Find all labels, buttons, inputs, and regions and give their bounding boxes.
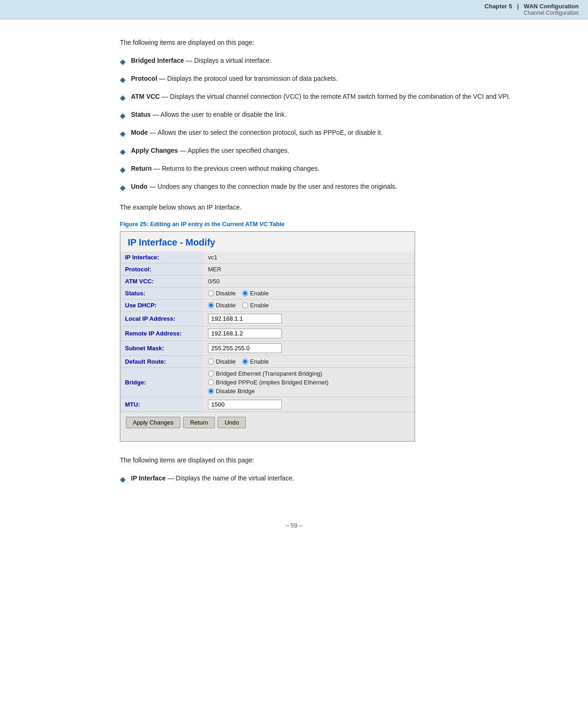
bridge-radio-group[interactable]: Bridged Ethernet (Transparent Bridging) … bbox=[208, 370, 410, 395]
bullet-diamond-2: ◆ bbox=[120, 74, 125, 85]
label-local-ip: Local IP Address: bbox=[120, 312, 203, 326]
list-item: ◆ Undo — Undoes any changes to the conne… bbox=[120, 182, 551, 193]
mtu-input[interactable] bbox=[208, 400, 282, 409]
section1: WAN Configuration bbox=[524, 3, 579, 10]
term-3: ATM VCC bbox=[131, 93, 160, 100]
desc-5: — Allows the user to select the connecti… bbox=[149, 129, 382, 136]
value-atm-vcc: 0/50 bbox=[203, 276, 415, 288]
page-number: – 59 – bbox=[285, 522, 302, 529]
page-header: Chapter 5 | WAN Configuration Channel Co… bbox=[0, 0, 588, 19]
label-subnet: Subnet Mask: bbox=[120, 341, 203, 356]
route-disable-label: Disable bbox=[216, 358, 236, 365]
route-disable-option[interactable]: Disable bbox=[208, 358, 236, 365]
table-row-bridge: Bridge: Bridged Ethernet (Transparent Br… bbox=[120, 368, 415, 397]
dhcp-disable-radio[interactable] bbox=[208, 302, 214, 308]
bullet-diamond-6: ◆ bbox=[120, 146, 125, 157]
value-mtu[interactable] bbox=[203, 397, 415, 412]
default-route-radio-group[interactable]: Disable Enable bbox=[208, 358, 410, 365]
remote-ip-input[interactable] bbox=[208, 329, 282, 338]
status-disable-option[interactable]: Disable bbox=[208, 290, 236, 297]
desc-7: — Returns to the previous creen without … bbox=[154, 165, 320, 172]
main-content: The following items are displayed on thi… bbox=[0, 19, 588, 513]
local-ip-input[interactable] bbox=[208, 314, 282, 324]
chapter-label: Chapter 5 | WAN Configuration bbox=[0, 3, 579, 10]
second-desc-1: — Displays the name of the virtual inter… bbox=[167, 474, 294, 482]
bridge-pppoe-radio[interactable] bbox=[208, 379, 214, 385]
dhcp-disable-option[interactable]: Disable bbox=[208, 302, 236, 309]
desc-2: — Displays the protocol used for transmi… bbox=[159, 75, 338, 82]
second-intro: The following items are displayed on thi… bbox=[120, 455, 551, 465]
label-ip-interface: IP Interface: bbox=[120, 252, 203, 264]
term-6: Apply Changes bbox=[131, 147, 178, 154]
value-dhcp[interactable]: Disable Enable bbox=[203, 300, 415, 312]
chapter-prefix: Chapter bbox=[485, 3, 507, 10]
list-item: ◆ Mode — Allows the user to select the c… bbox=[120, 128, 551, 139]
subnet-mask-input[interactable] bbox=[208, 343, 282, 353]
route-enable-label: Enable bbox=[250, 358, 268, 365]
bullet-content-1: Bridged Interface — Displays a virtual i… bbox=[131, 56, 271, 66]
bullet-diamond-4: ◆ bbox=[120, 110, 125, 121]
bridge-ethernet-radio[interactable] bbox=[208, 371, 214, 377]
desc-6: — Applies the user specified changes. bbox=[180, 147, 289, 154]
value-local-ip[interactable] bbox=[203, 312, 415, 326]
list-item: ◆ Apply Changes — Applies the user speci… bbox=[120, 146, 551, 157]
status-radio-group[interactable]: Disable Enable bbox=[208, 290, 410, 297]
second-bullet-content-1: IP Interface — Displays the name of the … bbox=[131, 473, 294, 483]
route-disable-radio[interactable] bbox=[208, 359, 214, 365]
route-enable-option[interactable]: Enable bbox=[242, 358, 268, 365]
list-item: ◆ Protocol — Displays the protocol used … bbox=[120, 74, 551, 85]
term-7: Return bbox=[131, 165, 152, 172]
table-row-status: Status: Disable Enable bbox=[120, 288, 415, 300]
table-row-ip-interface: IP Interface: vc1 bbox=[120, 252, 415, 264]
status-enable-label: Enable bbox=[250, 290, 268, 297]
apply-changes-button[interactable]: Apply Changes bbox=[126, 417, 180, 428]
status-disable-radio[interactable] bbox=[208, 290, 214, 296]
value-status[interactable]: Disable Enable bbox=[203, 288, 415, 300]
term-4: Status bbox=[131, 111, 151, 118]
bullet-diamond-7: ◆ bbox=[120, 164, 125, 175]
bullet-content-3: ATM VCC — Displays the virtual channel c… bbox=[131, 92, 511, 102]
box-bottom-space bbox=[120, 433, 415, 441]
status-disable-label: Disable bbox=[216, 290, 236, 297]
value-bridge[interactable]: Bridged Ethernet (Transparent Bridging) … bbox=[203, 368, 415, 397]
bullet-diamond-1: ◆ bbox=[120, 56, 125, 67]
bullet-diamond-8: ◆ bbox=[120, 182, 125, 193]
dhcp-enable-option[interactable]: Enable bbox=[242, 302, 268, 309]
dhcp-enable-radio[interactable] bbox=[242, 302, 248, 308]
bullet-content-6: Apply Changes — Applies the user specifi… bbox=[131, 146, 289, 156]
route-enable-radio[interactable] bbox=[242, 359, 248, 365]
bullet-content-7: Return — Returns to the previous creen w… bbox=[131, 164, 320, 174]
term-2: Protocol bbox=[131, 75, 157, 82]
value-remote-ip[interactable] bbox=[203, 326, 415, 341]
bridge-disable-radio[interactable] bbox=[208, 388, 214, 394]
desc-8: — Undoes any changes to the connection m… bbox=[149, 183, 397, 190]
status-enable-option[interactable]: Enable bbox=[242, 290, 268, 297]
label-remote-ip: Remote IP Address: bbox=[120, 326, 203, 341]
second-term-1: IP Interface bbox=[131, 474, 166, 482]
bridge-disable-option[interactable]: Disable Bridge bbox=[208, 388, 410, 395]
bridge-ethernet-option[interactable]: Bridged Ethernet (Transparent Bridging) bbox=[208, 370, 410, 377]
table-row-subnet: Subnet Mask: bbox=[120, 341, 415, 356]
value-default-route[interactable]: Disable Enable bbox=[203, 356, 415, 368]
bullet-diamond-3: ◆ bbox=[120, 92, 125, 103]
value-subnet[interactable] bbox=[203, 341, 415, 356]
table-row-protocol: Protocol: MER bbox=[120, 264, 415, 276]
second-bullet-list: ◆ IP Interface — Displays the name of th… bbox=[120, 473, 551, 485]
table-row-default-route: Default Route: Disable Enable bbox=[120, 356, 415, 368]
bridge-pppoe-option[interactable]: Bridged PPPoE (implies Bridged Ethernet) bbox=[208, 379, 410, 386]
list-item: ◆ Bridged Interface — Displays a virtual… bbox=[120, 56, 551, 67]
label-status: Status: bbox=[120, 288, 203, 300]
table-row-mtu: MTU: bbox=[120, 397, 415, 412]
bridge-pppoe-label: Bridged PPPoE (implies Bridged Ethernet) bbox=[216, 379, 328, 386]
example-text: The example below shows an IP Interface. bbox=[120, 203, 551, 212]
label-dhcp: Use DHCP: bbox=[120, 300, 203, 312]
label-default-route: Default Route: bbox=[120, 356, 203, 368]
desc-3: — Displays the virtual channel connectio… bbox=[162, 93, 511, 100]
label-bridge: Bridge: bbox=[120, 368, 203, 397]
section2: Channel Configuration bbox=[0, 10, 579, 16]
term-5: Mode bbox=[131, 129, 148, 136]
undo-button[interactable]: Undo bbox=[218, 417, 246, 428]
status-enable-radio[interactable] bbox=[242, 290, 248, 296]
return-button[interactable]: Return bbox=[183, 417, 215, 428]
dhcp-radio-group[interactable]: Disable Enable bbox=[208, 302, 410, 309]
